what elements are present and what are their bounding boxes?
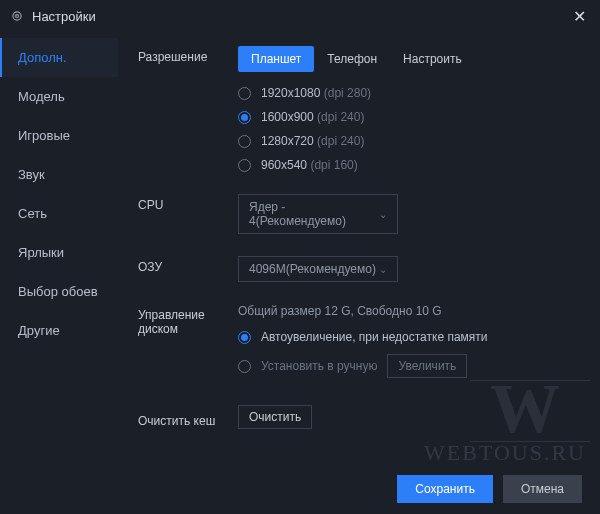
resolution-option[interactable]: 1920x1080 (dpi 280)	[238, 86, 580, 100]
disk-summary: Общий размер 12 G, Свободно 10 G	[238, 304, 580, 318]
sidebar-item[interactable]: Сеть	[0, 194, 118, 233]
svg-point-1	[16, 15, 19, 18]
ram-label: ОЗУ	[138, 256, 238, 282]
cache-label: Очистить кеш	[138, 410, 238, 428]
titlebar: Настройки ✕	[0, 0, 600, 32]
resolution-options: 1920x1080 (dpi 280)1600x900 (dpi 240)128…	[238, 86, 580, 172]
sidebar-item[interactable]: Дополн.	[0, 38, 118, 77]
sidebar-item[interactable]: Другие	[0, 311, 118, 350]
resolution-option-label: 1600x900 (dpi 240)	[261, 110, 364, 124]
radio-off-icon	[238, 135, 251, 148]
disk-option-manual[interactable]: Установить в ручную Увеличить	[238, 354, 580, 378]
cpu-select-value: Ядер - 4(Рекомендуемо)	[249, 200, 379, 228]
content-panel: Разрешение ПланшетТелефонНастроить 1920x…	[118, 32, 600, 464]
disk-manual-label: Установить в ручную	[261, 359, 377, 373]
radio-on-icon	[238, 111, 251, 124]
chevron-down-icon: ⌄	[379, 209, 387, 220]
resolution-option-label: 1280x720 (dpi 240)	[261, 134, 364, 148]
resolution-tab[interactable]: Настроить	[390, 46, 475, 72]
settings-gear-icon	[10, 9, 24, 23]
resolution-option[interactable]: 960x540 (dpi 160)	[238, 158, 580, 172]
sidebar-item[interactable]: Ярлыки	[0, 233, 118, 272]
radio-on-icon	[238, 331, 251, 344]
svg-point-0	[13, 12, 21, 20]
cancel-button[interactable]: Отмена	[503, 475, 582, 503]
sidebar-item[interactable]: Выбор обоев	[0, 272, 118, 311]
footer: Сохранить Отмена	[0, 464, 600, 514]
resolution-label: Разрешение	[138, 46, 238, 172]
resolution-option[interactable]: 1600x900 (dpi 240)	[238, 110, 580, 124]
enlarge-button[interactable]: Увеличить	[387, 354, 467, 378]
resolution-tab[interactable]: Телефон	[314, 46, 390, 72]
radio-off-icon	[238, 87, 251, 100]
resolution-option-label: 1920x1080 (dpi 280)	[261, 86, 371, 100]
chevron-down-icon: ⌄	[379, 264, 387, 275]
ram-select[interactable]: 4096M(Рекомендуемо) ⌄	[238, 256, 398, 282]
sidebar-item[interactable]: Звук	[0, 155, 118, 194]
window-title: Настройки	[32, 9, 569, 24]
resolution-option-label: 960x540 (dpi 160)	[261, 158, 358, 172]
radio-off-icon	[238, 159, 251, 172]
cpu-label: CPU	[138, 194, 238, 234]
radio-off-icon	[238, 360, 251, 373]
resolution-option[interactable]: 1280x720 (dpi 240)	[238, 134, 580, 148]
disk-label: Управление диском	[138, 304, 238, 388]
close-icon[interactable]: ✕	[569, 7, 590, 26]
clear-cache-button[interactable]: Очистить	[238, 405, 312, 429]
disk-option-auto[interactable]: Автоувеличение, при недостатке памяти	[238, 330, 580, 344]
sidebar: Дополн.МодельИгровыеЗвукСетьЯрлыкиВыбор …	[0, 32, 118, 464]
disk-auto-label: Автоувеличение, при недостатке памяти	[261, 330, 488, 344]
save-button[interactable]: Сохранить	[397, 475, 493, 503]
ram-select-value: 4096M(Рекомендуемо)	[249, 262, 376, 276]
resolution-tabs: ПланшетТелефонНастроить	[238, 46, 580, 72]
sidebar-item[interactable]: Игровые	[0, 116, 118, 155]
resolution-tab[interactable]: Планшет	[238, 46, 314, 72]
sidebar-item[interactable]: Модель	[0, 77, 118, 116]
cpu-select[interactable]: Ядер - 4(Рекомендуемо) ⌄	[238, 194, 398, 234]
